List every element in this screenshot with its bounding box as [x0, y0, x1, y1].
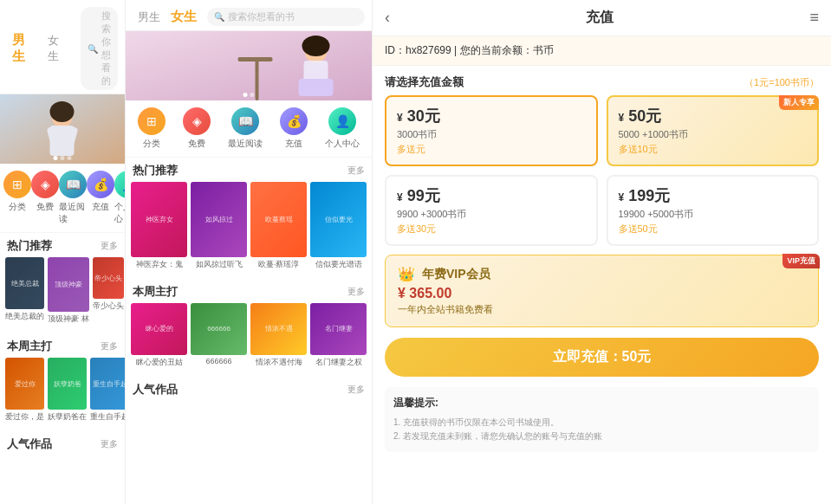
dot-2: [61, 156, 65, 160]
book-item[interactable]: 欧蔓蔡瑶 欧蔓·蔡瑶淳: [250, 182, 307, 270]
recharge-hint: （1元=100书币）: [744, 76, 819, 89]
category-icon: ⊞: [138, 107, 166, 135]
svg-rect-10: [299, 79, 334, 96]
left-tab-male[interactable]: 男生: [7, 30, 42, 67]
recharge-label: 充值: [285, 138, 302, 150]
book-item[interactable]: 信似要光 信似要光谱语: [310, 182, 367, 270]
user-info-text: ID：hx827699 | 您的当前余额：书币: [385, 44, 554, 56]
book-title: 情浓不遇付海: [250, 357, 307, 368]
middle-hot-books: 神医弃女 神医弃女：鬼 如风掠过 如风掠过听飞 欧蔓蔡瑶 欧蔓·蔡瑶淳 信似要光…: [126, 182, 372, 275]
vip-desc: 一年内全站书籍免费看: [398, 303, 806, 316]
middle-icon-recharge[interactable]: 💰 充值: [280, 107, 308, 150]
vip-header-row: 👑 年费VIP会员: [398, 266, 806, 282]
middle-tab-female[interactable]: 女生: [166, 7, 202, 27]
book-item[interactable]: 顶级神豪 顶级神豪 林: [48, 257, 89, 325]
middle-search-bar[interactable]: 🔍 搜索你想看的书: [207, 8, 365, 26]
middle-tab-male[interactable]: 男生: [133, 8, 166, 27]
left-icon-profile[interactable]: 👤 个人中心: [114, 171, 126, 225]
left-weekly-title: 本周主打: [7, 339, 52, 354]
book-title: 名门继妻之权: [310, 357, 367, 368]
middle-banner: [126, 31, 372, 100]
recent-icon: 📖: [59, 171, 87, 198]
rc-coins-50: 5000 +1000书币: [619, 128, 808, 141]
left-weekly-more[interactable]: 更多: [101, 340, 118, 352]
dot-1: [243, 93, 248, 97]
book-cover: 如风掠过: [191, 182, 247, 257]
middle-weekly-more[interactable]: 更多: [347, 286, 365, 298]
category-label: 分类: [9, 201, 26, 213]
rc-bonus-50: 多送10元: [619, 143, 808, 156]
recharge-option-199[interactable]: ¥ 199元 19900 +5000书币 多送50元: [607, 175, 820, 246]
book-title: 神医弃女：鬼: [131, 259, 187, 270]
left-search-bar[interactable]: 🔍 搜索你想看的: [81, 7, 118, 90]
left-hot-header: 热门推荐 更多: [0, 233, 125, 257]
recharge-options-grid: ¥ 30元 3000书币 多送元 新人专享 ¥ 50元 5000 +1000书币…: [373, 95, 831, 255]
back-button[interactable]: ‹: [385, 9, 390, 27]
recharge-option-99[interactable]: ¥ 99元 9900 +3000书币 多送30元: [385, 175, 598, 246]
book-item[interactable]: 名门继妻 名门继妻之权: [310, 303, 367, 368]
svg-point-5: [50, 101, 75, 122]
book-item[interactable]: 绝美总裁 绝美总裁的: [5, 257, 44, 325]
book-cover: 帝少心头: [93, 257, 124, 299]
middle-icon-profile[interactable]: 👤 个人中心: [325, 107, 360, 150]
book-item[interactable]: 重生自手起 重生自手起: [90, 358, 125, 423]
book-cover: 欧蔓蔡瑶: [250, 182, 307, 257]
book-title: 眯心爱的丑姑: [131, 357, 187, 368]
rc-amount-99: ¥ 99元: [397, 185, 586, 206]
svg-rect-11: [256, 57, 259, 100]
middle-hot-more[interactable]: 更多: [347, 165, 365, 177]
middle-icon-recent[interactable]: 📖 最近阅读: [228, 107, 263, 150]
rc-bonus-30: 多送元: [397, 143, 586, 156]
left-icon-category[interactable]: ⊞ 分类: [3, 171, 31, 225]
left-weekly-books: 爱过你 爱过你，是 妖孽奶爸 妖孽奶爸在 重生自手起 重生自手起 随青朕 随青朕…: [0, 358, 125, 428]
confirm-recharge-button[interactable]: 立即充值：50元: [385, 338, 819, 377]
middle-popular-more[interactable]: 更多: [347, 384, 365, 396]
middle-icon-category[interactable]: ⊞ 分类: [138, 107, 166, 150]
left-tab-female[interactable]: 女生: [42, 31, 75, 66]
left-popular-more[interactable]: 更多: [101, 438, 118, 450]
recharge-option-30[interactable]: ¥ 30元 3000书币 多送元: [385, 95, 598, 166]
left-icon-recent[interactable]: 📖 最近阅读: [59, 171, 87, 225]
book-item[interactable]: 情浓不遇 情浓不遇付海: [250, 303, 307, 368]
recharge-label: 充值: [92, 201, 109, 213]
left-panel: 男生 女生 🔍 搜索你想看的: [0, 0, 126, 504]
profile-icon: 👤: [114, 171, 126, 198]
recharge-option-50[interactable]: 新人专享 ¥ 50元 5000 +1000书币 多送10元: [607, 95, 820, 166]
vip-section[interactable]: VIP充值 👑 年费VIP会员 ¥ 365.00 一年内全站书籍免费看: [385, 255, 819, 327]
left-banner: [0, 94, 125, 164]
left-icon-recharge[interactable]: 💰 充值: [87, 171, 114, 225]
svg-point-9: [302, 36, 330, 56]
rc-coins-99: 9900 +3000书币: [397, 208, 586, 221]
book-item[interactable]: 爱过你 爱过你，是: [5, 358, 44, 423]
book-title: 爱过你，是: [5, 411, 44, 423]
book-item[interactable]: 妖孽奶爸 妖孽奶爸在: [48, 358, 87, 423]
rc-amount-30: ¥ 30元: [397, 106, 586, 126]
rc-badge-50: 新人专享: [779, 95, 819, 110]
middle-hot-title: 热门推荐: [133, 163, 178, 178]
rc-coins-199: 19900 +5000书币: [619, 208, 808, 221]
left-tab-bar: 男生 女生 🔍 搜索你想看的: [0, 0, 125, 94]
book-item[interactable]: 眯心爱的 眯心爱的丑姑: [131, 303, 187, 368]
left-icon-free[interactable]: ◈ 免费: [31, 171, 59, 225]
left-popular-header: 人气作品 更多: [0, 431, 125, 456]
left-hot-more[interactable]: 更多: [101, 240, 118, 252]
book-title: 绝美总裁的: [5, 311, 44, 322]
book-item[interactable]: 神医弃女 神医弃女：鬼: [131, 182, 187, 270]
left-popular-title: 人气作品: [7, 436, 52, 452]
right-panel: ‹ 充值 ≡ ID：hx827699 | 您的当前余额：书币 请选择充值金额 （…: [373, 0, 831, 504]
recharge-section-title: 请选择充值金额 （1元=100书币）: [373, 66, 831, 95]
vip-badge: VIP充值: [782, 254, 820, 268]
recharge-section-label: 请选择充值金额: [385, 74, 464, 90]
free-icon: ◈: [31, 171, 59, 198]
middle-tab-bar: 男生 女生 🔍 搜索你想看的书: [126, 0, 372, 31]
middle-weekly-header: 本周主打 更多: [126, 279, 372, 303]
book-item[interactable]: 如风掠过 如风掠过听飞: [191, 182, 247, 270]
book-item[interactable]: 666666 666666: [191, 303, 247, 368]
menu-button[interactable]: ≡: [809, 9, 819, 27]
book-title: 妖孽奶爸在: [48, 411, 87, 423]
book-item[interactable]: 帝少心头 帝少心头: [93, 257, 124, 325]
book-title: 如风掠过听飞: [191, 259, 247, 270]
middle-search-placeholder: 搜索你想看的书: [228, 10, 295, 23]
middle-icon-free[interactable]: ◈ 免费: [183, 107, 211, 150]
book-title: 666666: [191, 357, 247, 365]
